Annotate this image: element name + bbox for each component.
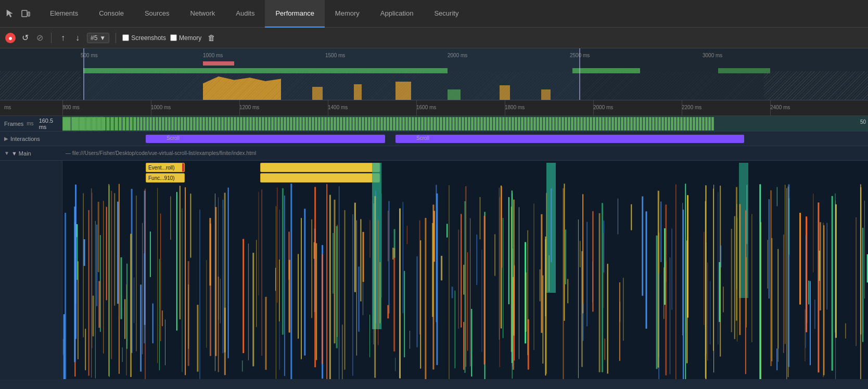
svg-rect-215 bbox=[111, 191, 112, 359]
svg-rect-283 bbox=[262, 189, 262, 356]
memory-checkbox[interactable]: Memory bbox=[170, 34, 201, 42]
svg-rect-195 bbox=[248, 243, 249, 360]
svg-rect-22 bbox=[463, 322, 464, 370]
svg-rect-297 bbox=[373, 203, 374, 344]
svg-rect-133 bbox=[289, 260, 290, 333]
svg-rect-14 bbox=[599, 213, 601, 372]
ruler-ms: ms bbox=[4, 105, 11, 110]
svg-rect-191 bbox=[808, 281, 809, 305]
svg-rect-168 bbox=[360, 219, 361, 301]
svg-rect-83 bbox=[745, 211, 746, 374]
svg-rect-81 bbox=[449, 185, 450, 379]
svg-rect-0 bbox=[22, 10, 27, 17]
device-icon[interactable] bbox=[20, 8, 31, 19]
svg-rect-144 bbox=[277, 188, 277, 303]
frames-content[interactable]: 50 bbox=[62, 116, 868, 131]
svg-rect-288 bbox=[420, 240, 421, 369]
svg-rect-239 bbox=[663, 267, 664, 319]
svg-rect-232 bbox=[119, 184, 120, 374]
svg-rect-105 bbox=[542, 275, 543, 364]
svg-rect-167 bbox=[827, 223, 827, 310]
svg-rect-245 bbox=[687, 195, 688, 318]
event-block-1[interactable]: Event...roll) bbox=[146, 163, 185, 172]
svg-rect-274 bbox=[215, 193, 215, 371]
svg-rect-169 bbox=[370, 220, 371, 258]
interactions-expand-icon[interactable]: ▶ bbox=[4, 136, 8, 141]
tick-1000 bbox=[151, 100, 151, 115]
memory-input[interactable] bbox=[170, 34, 177, 41]
tick-1400 bbox=[328, 100, 328, 115]
svg-rect-307 bbox=[706, 185, 707, 379]
svg-rect-77 bbox=[458, 229, 459, 329]
svg-rect-194 bbox=[91, 188, 92, 378]
svg-rect-279 bbox=[820, 222, 821, 310]
svg-rect-238 bbox=[410, 331, 410, 349]
stop-button[interactable]: ⊘ bbox=[34, 33, 45, 43]
tick-1600 bbox=[416, 100, 417, 115]
svg-rect-62 bbox=[344, 210, 346, 370]
svg-rect-185 bbox=[407, 226, 407, 244]
svg-rect-226 bbox=[604, 233, 604, 308]
scroll-label-1: Scroll bbox=[167, 135, 180, 141]
svg-rect-21 bbox=[660, 202, 661, 263]
tab-memory[interactable]: Memory bbox=[325, 0, 370, 28]
record-button[interactable]: ● bbox=[5, 33, 16, 43]
tab-security[interactable]: Security bbox=[424, 0, 469, 28]
svg-rect-262 bbox=[541, 214, 542, 333]
svg-rect-206 bbox=[144, 253, 145, 343]
tab-audits[interactable]: Audits bbox=[225, 0, 265, 28]
svg-rect-305 bbox=[777, 249, 778, 348]
cursor-icon[interactable] bbox=[4, 8, 16, 19]
svg-rect-23 bbox=[395, 358, 395, 371]
tab-network[interactable]: Network bbox=[180, 0, 226, 28]
svg-rect-247 bbox=[197, 305, 198, 372]
svg-rect-18 bbox=[707, 263, 708, 360]
svg-rect-272 bbox=[433, 211, 435, 262]
frames-row: Frames ms 160.5 ms 50 bbox=[0, 116, 868, 132]
svg-rect-240 bbox=[223, 200, 223, 353]
event-block-1-label: Event...roll) bbox=[148, 165, 175, 171]
svg-rect-39 bbox=[759, 184, 761, 379]
selection-range[interactable] bbox=[83, 48, 580, 100]
screenshots-checkbox[interactable]: Screenshots bbox=[122, 34, 166, 42]
upload-button[interactable]: ↑ bbox=[58, 33, 68, 43]
large-block-1[interactable] bbox=[260, 163, 380, 172]
trash-button[interactable]: 🗑 bbox=[208, 33, 215, 42]
devtools-icons bbox=[4, 8, 31, 19]
tab-performance[interactable]: Performance bbox=[265, 0, 324, 28]
tab-application[interactable]: Application bbox=[370, 0, 424, 28]
download-button[interactable]: ↓ bbox=[72, 33, 83, 43]
svg-rect-179 bbox=[666, 262, 667, 282]
svg-rect-258 bbox=[356, 221, 357, 356]
screenshots-input[interactable] bbox=[122, 34, 129, 41]
svg-rect-260 bbox=[159, 259, 160, 370]
ruler-2200: 2200 ms bbox=[682, 105, 701, 110]
svg-rect-82 bbox=[182, 209, 183, 372]
svg-rect-120 bbox=[477, 235, 477, 285]
interactions-content[interactable]: Scroll Scroll bbox=[62, 132, 868, 146]
svg-rect-13 bbox=[399, 209, 401, 379]
svg-rect-130 bbox=[675, 185, 676, 379]
ruler-1800: 1800 ms bbox=[505, 105, 525, 110]
svg-rect-128 bbox=[242, 360, 242, 371]
svg-rect-56 bbox=[799, 213, 801, 304]
func-block-1[interactable]: Func...910) bbox=[146, 173, 185, 183]
timeline-overview[interactable]: 500 ms 1000 ms 1500 ms 2000 ms 2500 ms 3… bbox=[0, 48, 868, 100]
large-block-2[interactable] bbox=[260, 173, 380, 183]
svg-rect-281 bbox=[471, 309, 472, 377]
svg-rect-289 bbox=[388, 211, 388, 261]
frame-blocks-container bbox=[62, 117, 847, 131]
svg-rect-278 bbox=[786, 188, 787, 379]
svg-rect-93 bbox=[389, 201, 390, 314]
svg-rect-70 bbox=[165, 319, 165, 365]
tab-elements[interactable]: Elements bbox=[40, 0, 88, 28]
profile-select[interactable]: #5 ▼ bbox=[87, 33, 109, 43]
main-expand-icon[interactable]: ▼ bbox=[4, 150, 9, 156]
tab-console[interactable]: Console bbox=[88, 0, 134, 28]
svg-rect-181 bbox=[85, 329, 86, 370]
svg-rect-118 bbox=[769, 199, 770, 299]
svg-rect-108 bbox=[256, 240, 257, 327]
tab-sources[interactable]: Sources bbox=[134, 0, 180, 28]
reload-button[interactable]: ↺ bbox=[20, 33, 30, 43]
flame-area[interactable]: Event...roll) Func...910) bbox=[62, 161, 868, 379]
